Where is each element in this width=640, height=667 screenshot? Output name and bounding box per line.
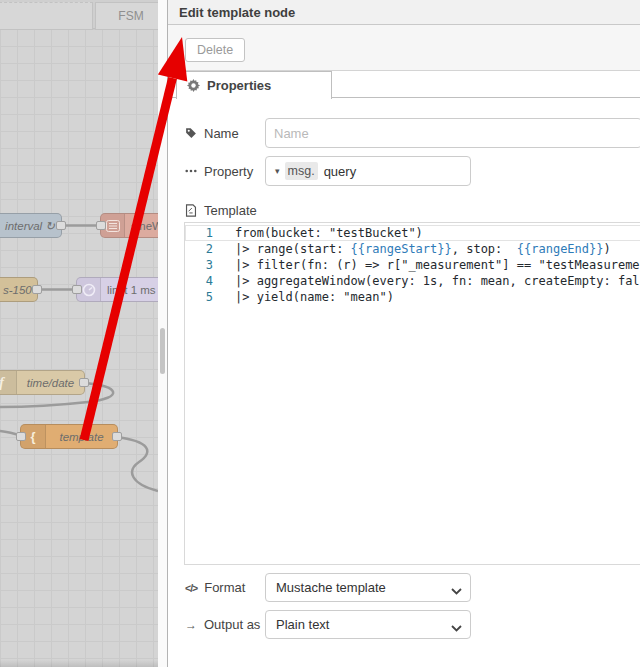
node-label: limit 1 ms bbox=[101, 284, 158, 296]
input-port[interactable] bbox=[16, 432, 26, 441]
code-text: |> filter(fn: (r) => r["_measurement"] =… bbox=[213, 257, 640, 273]
template-label-row: Template bbox=[168, 199, 640, 221]
editor-line[interactable]: 5|> yield(name: "mean") bbox=[185, 289, 640, 305]
code-icon: </> bbox=[185, 582, 197, 594]
flow-wires bbox=[0, 0, 158, 667]
code-text: |> range(start: {{rangeStart}}, stop: {{… bbox=[213, 241, 611, 257]
output-value: Plain text bbox=[276, 617, 329, 632]
node-label: template bbox=[53, 431, 109, 443]
arrow-right-icon: → bbox=[185, 618, 197, 632]
code-text: |> aggregateWindow(every: 1s, fn: mean, … bbox=[213, 273, 640, 289]
gear-icon bbox=[187, 79, 200, 92]
property-typed-input[interactable]: ▾ msg. query bbox=[265, 156, 471, 186]
tab-properties[interactable]: Properties bbox=[176, 71, 332, 99]
editor-line[interactable]: 2|> range(start: {{rangeStart}}, stop: {… bbox=[185, 241, 640, 257]
name-label: Name bbox=[185, 118, 239, 148]
output-label: → Output as bbox=[185, 610, 260, 639]
output-port[interactable] bbox=[79, 378, 89, 387]
node-s150[interactable]: s-150 bbox=[0, 277, 38, 302]
file-code-icon bbox=[185, 204, 197, 217]
workspace-scrollbar[interactable] bbox=[158, 0, 167, 667]
format-row: </> Format Mustache template bbox=[168, 573, 640, 602]
delete-button[interactable]: Delete bbox=[185, 38, 245, 62]
tab-label: Properties bbox=[207, 78, 271, 93]
node-label: time/date bbox=[21, 377, 80, 389]
code-text: |> yield(name: "mean") bbox=[213, 289, 394, 305]
msg-prefix[interactable]: msg. bbox=[285, 162, 318, 180]
line-number: 3 bbox=[185, 257, 213, 273]
line-number: 4 bbox=[185, 273, 213, 289]
node-timedate[interactable]: f time/date bbox=[0, 370, 85, 395]
output-select[interactable]: Plain text bbox=[265, 610, 471, 639]
editor-line[interactable]: 4|> aggregateWindow(every: 1s, fn: mean,… bbox=[185, 273, 640, 289]
flow-tab-fsm[interactable]: FSM bbox=[95, 2, 158, 30]
property-row: Property ▾ msg. query bbox=[168, 156, 640, 186]
chevron-down-icon bbox=[451, 620, 462, 635]
line-number: 1 bbox=[185, 225, 213, 241]
node-label: interval ↻ bbox=[0, 219, 61, 233]
flow-tabbar: FSM bbox=[0, 0, 158, 29]
edit-template-dialog: Edit template node Delete Properties Nam bbox=[167, 0, 640, 667]
dialog-title: Edit template node bbox=[168, 0, 640, 25]
editor-line[interactable]: 1from(bucket: "testBucket") bbox=[185, 225, 640, 241]
output-row: → Output as Plain text bbox=[168, 610, 640, 639]
flow-workspace[interactable]: interval ↻ sineWave s-150 limit 1 ms bbox=[0, 0, 158, 667]
format-label: </> Format bbox=[185, 573, 245, 602]
property-value[interactable]: query bbox=[324, 164, 357, 179]
flow-tab-unnamed[interactable] bbox=[0, 2, 93, 30]
dialog-toolbar: Delete bbox=[168, 25, 640, 71]
output-port[interactable] bbox=[112, 432, 122, 441]
template-code-editor[interactable]: 1from(bucket: "testBucket")2|> range(sta… bbox=[184, 222, 640, 565]
editor-line[interactable]: 3|> filter(fn: (r) => r["_measurement"] … bbox=[185, 257, 640, 273]
scrollbar-thumb[interactable] bbox=[160, 328, 165, 374]
dialog-tabbar: Properties bbox=[168, 71, 640, 98]
function-icon: f bbox=[0, 371, 17, 394]
format-value: Mustache template bbox=[276, 580, 386, 595]
node-limit[interactable]: limit 1 ms bbox=[76, 277, 158, 302]
caret-down-icon[interactable]: ▾ bbox=[266, 166, 285, 176]
input-port[interactable] bbox=[72, 285, 82, 294]
name-input[interactable] bbox=[265, 118, 640, 148]
format-select[interactable]: Mustache template bbox=[265, 573, 471, 602]
name-row: Name bbox=[168, 118, 640, 148]
ellipsis-icon bbox=[185, 169, 197, 173]
template-editor-lines: 1from(bucket: "testBucket")2|> range(sta… bbox=[185, 225, 640, 305]
output-port[interactable] bbox=[56, 221, 66, 230]
node-label: sineWave bbox=[125, 220, 158, 232]
template-label: Template bbox=[185, 199, 257, 221]
code-text: from(bucket: "testBucket") bbox=[213, 225, 423, 241]
node-sinewave[interactable]: sineWave bbox=[100, 213, 158, 238]
line-number: 5 bbox=[185, 289, 213, 305]
line-number: 2 bbox=[185, 241, 213, 257]
node-template[interactable]: { template bbox=[20, 424, 118, 449]
output-port[interactable] bbox=[32, 285, 42, 294]
tag-icon bbox=[185, 127, 197, 139]
chevron-down-icon bbox=[451, 583, 462, 598]
property-label: Property bbox=[185, 156, 253, 186]
node-interval[interactable]: interval ↻ bbox=[0, 213, 62, 238]
input-port[interactable] bbox=[96, 221, 106, 230]
